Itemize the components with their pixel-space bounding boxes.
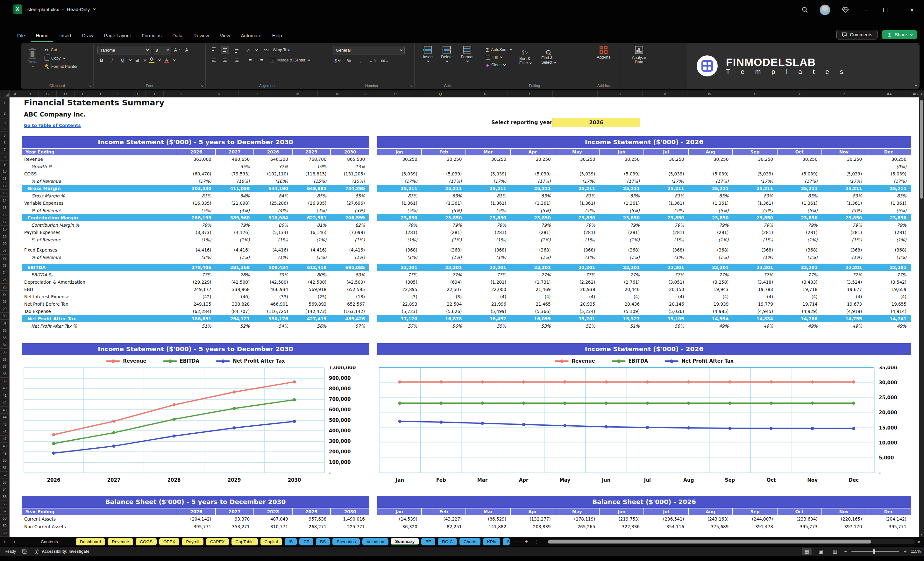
cell-value[interactable]: (1%) <box>733 237 777 242</box>
clear-button[interactable]: ◆Clear <box>486 61 512 69</box>
column-header-F[interactable]: F <box>92 90 110 98</box>
menu-formulas[interactable]: Formulas <box>137 30 166 42</box>
cell-value[interactable]: (4) <box>600 294 644 299</box>
cell-value[interactable]: (1%) <box>689 237 733 242</box>
cell-value[interactable]: (60,470) <box>177 171 216 176</box>
row-header-16[interactable]: 16 <box>0 212 9 219</box>
borders-button[interactable]: ⊞ <box>133 56 141 64</box>
row-header-27[interactable]: 27 <box>0 291 9 298</box>
cell-value[interactable]: (281) <box>777 230 822 235</box>
column-header-H[interactable]: H <box>128 90 146 98</box>
cell-value[interactable]: (236,541) <box>644 516 689 522</box>
cell-value[interactable]: (5%) <box>555 208 600 213</box>
normal-view-button[interactable]: ▦ <box>802 548 812 555</box>
zoom-level[interactable]: 115% <box>911 549 921 554</box>
column-header-S[interactable]: S <box>508 90 553 98</box>
menu-home[interactable]: Home <box>31 30 53 42</box>
cell-value[interactable]: 225,771 <box>331 524 369 529</box>
cell-value[interactable]: (281) <box>377 230 422 235</box>
cell-value[interactable]: (1%) <box>422 255 466 260</box>
cell-value[interactable]: (4) <box>689 294 733 299</box>
cell-value[interactable]: - <box>733 164 777 169</box>
cell-value[interactable]: - <box>822 164 867 169</box>
cell-value[interactable]: (5,366) <box>511 309 555 314</box>
cell-value[interactable]: (4,929) <box>777 309 822 314</box>
cell-value[interactable]: (305) <box>377 279 422 285</box>
table-of-contents-link[interactable]: Go to Table of Contents <box>24 123 81 128</box>
cell-value[interactable]: 186,851 <box>177 316 216 321</box>
cell-value[interactable]: (42,500) <box>254 279 292 285</box>
cell-value[interactable]: 544,190 <box>254 186 292 191</box>
cell-value[interactable]: 79% <box>377 222 422 228</box>
cell-value[interactable]: (18) <box>331 294 369 299</box>
cell-value[interactable]: 25,211 <box>600 186 644 191</box>
cell-value[interactable]: 23,201 <box>777 265 822 270</box>
cell-value[interactable]: 411,058 <box>216 186 254 191</box>
sheet-tab-opex[interactable]: OPEX <box>159 538 180 545</box>
cell-value[interactable]: 395,771 <box>177 524 216 529</box>
cell-value[interactable]: 83% <box>689 193 733 198</box>
restore-button[interactable] <box>883 8 895 12</box>
row-header-20[interactable]: 20 <box>0 240 9 248</box>
cell-value[interactable]: 83% <box>555 193 600 198</box>
cell-value[interactable]: (1%) <box>644 255 689 260</box>
cell-value[interactable]: (5,039) <box>866 171 911 176</box>
cell-value[interactable]: (281) <box>866 230 911 235</box>
zoom-slider[interactable] <box>851 551 899 552</box>
cell-value[interactable]: (2,262) <box>555 279 600 285</box>
cell-value[interactable]: (219,753) <box>600 516 644 522</box>
cell-value[interactable]: 79% <box>866 222 911 228</box>
column-header-U[interactable]: U <box>598 90 642 98</box>
cell-value[interactable]: (5,626) <box>422 309 466 314</box>
cell-value[interactable]: 20,938 <box>555 287 600 292</box>
row-header-54[interactable]: 54 <box>0 486 9 493</box>
cell-value[interactable]: (4) <box>733 294 777 299</box>
row-header-35[interactable]: 35 <box>0 349 9 356</box>
cell-value[interactable]: (102,110) <box>254 171 292 176</box>
cell-value[interactable]: 55% <box>466 324 511 328</box>
cell-value[interactable]: 381,368 <box>216 265 254 270</box>
row-header-44[interactable]: 44 <box>0 414 9 421</box>
cell-value[interactable]: 706,599 <box>331 215 369 220</box>
cell-value[interactable]: 395,771 <box>866 524 911 529</box>
cell-value[interactable]: 17,170 <box>377 316 422 321</box>
horizontal-scrollbar[interactable]: ▶ <box>548 539 924 544</box>
cell-value[interactable]: (4) <box>644 294 689 299</box>
row-header-53[interactable]: 53 <box>0 479 9 486</box>
currency-format-button[interactable]: $ <box>333 57 341 65</box>
cell-value[interactable]: 83% <box>777 193 822 198</box>
cell-value[interactable]: (6,146) <box>292 230 331 235</box>
cell-value[interactable]: 77% <box>177 272 216 278</box>
cell-value[interactable]: (5%) <box>177 208 216 213</box>
cell-value[interactable]: 25,211 <box>866 186 911 191</box>
bold-button[interactable]: B <box>98 56 106 64</box>
fill-button[interactable]: ↓Fill <box>486 54 512 61</box>
cell-value[interactable]: (1%) <box>331 237 369 242</box>
cell-value[interactable]: (17%) <box>689 178 733 184</box>
cell-value[interactable]: (1%) <box>292 255 331 260</box>
cell-value[interactable]: 15,701 <box>555 316 600 321</box>
row-header-52[interactable]: 52 <box>0 471 9 479</box>
underline-button[interactable]: U <box>118 56 127 64</box>
cell-value[interactable]: 203,839 <box>511 524 555 529</box>
column-header-V[interactable]: V <box>642 90 687 98</box>
more-sheets-button[interactable]: ⋯ <box>512 539 520 545</box>
cell-value[interactable]: (29,229) <box>177 279 216 285</box>
increase-decimal-button[interactable]: ←.0 <box>368 57 376 65</box>
cell-value[interactable]: (368) <box>822 248 867 252</box>
cell-value[interactable]: (17%) <box>422 178 466 184</box>
cell-value[interactable]: (220,165) <box>822 516 867 522</box>
cell-value[interactable]: 16,878 <box>422 316 466 321</box>
row-header-38[interactable]: 38 <box>0 370 9 378</box>
font-color-button[interactable]: A <box>162 56 171 64</box>
premium-diamond-icon[interactable] <box>842 7 849 13</box>
scroll-up-icon[interactable]: ▲ <box>919 90 924 98</box>
copy-button[interactable]: Copy <box>45 54 78 62</box>
menu-insert[interactable]: Insert <box>55 30 76 42</box>
cell-value[interactable]: 612,418 <box>292 265 331 270</box>
cell-value[interactable]: (26,905) <box>292 201 331 206</box>
cell-value[interactable]: (4%) <box>254 208 292 213</box>
cell-value[interactable]: 80% <box>292 272 331 278</box>
cell-value[interactable]: (1%) <box>733 255 777 260</box>
cell-value[interactable]: (1%) <box>216 255 254 260</box>
